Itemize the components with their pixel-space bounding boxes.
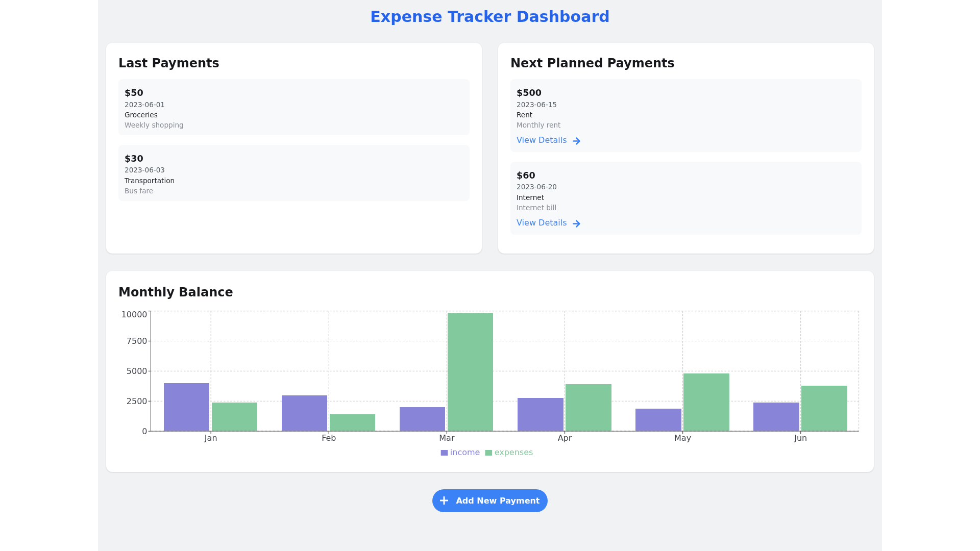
payment-category: Transportation [125,176,463,186]
last-payments-card: Last Payments $50 2023-06-01 Groceries W… [106,43,482,254]
chart-bars [164,313,847,431]
bar-expenses-Feb [330,414,376,431]
bar-income-Apr [518,398,564,431]
view-details-link[interactable]: View Details [517,134,580,146]
payment-date: 2023-06-01 [125,99,463,110]
x-tick-label: Jan [204,433,217,443]
footer-actions: Add New Payment [106,489,874,512]
bar-income-Jan [164,383,210,431]
x-tick-label: Mar [439,433,455,443]
monthly-balance-chart: 025005000750010000JanFebMarAprMayJuninco… [106,271,874,472]
page-title: Expense Tracker Dashboard [106,8,874,26]
x-tick-label: May [674,433,691,443]
y-tick-label: 2500 [127,396,148,406]
legend-swatch-income [441,450,448,456]
payment-description: Weekly shopping [125,120,463,130]
payment-item: $30 2023-06-03 Transportation Bus fare [118,145,470,201]
bar-expenses-May [683,373,729,431]
view-details-link[interactable]: View Details [517,217,580,229]
planned-payments-heading: Next Planned Payments [510,55,862,71]
legend-label-expenses: expenses [495,447,533,457]
bar-expenses-Mar [448,313,494,431]
app-container: Expense Tracker Dashboard Last Payments … [98,0,882,551]
payment-item: $50 2023-06-01 Groceries Weekly shopping [118,79,470,135]
bar-income-Mar [400,407,446,431]
payment-amount: $500 [517,87,855,99]
bar-expenses-Apr [566,384,611,431]
chart-legend: incomeexpenses [441,447,533,457]
payment-amount: $30 [125,153,463,165]
payment-item: $500 2023-06-15 Rent Monthly rent View D… [510,79,862,152]
legend-swatch-expenses [485,450,492,456]
bar-expenses-Jan [212,403,258,432]
payment-amount: $50 [125,87,463,99]
summary-cards-row: Last Payments $50 2023-06-01 Groceries W… [106,43,874,254]
payment-date: 2023-06-15 [517,99,855,110]
y-tick-label: 0 [142,427,147,436]
payment-description: Bus fare [125,186,463,196]
view-details-label: View Details [517,217,567,229]
payment-date: 2023-06-20 [517,182,855,192]
add-payment-button[interactable]: Add New Payment [432,489,548,512]
monthly-balance-card: Monthly Balance 025005000750010000JanFeb… [106,271,874,472]
planned-payments-card: Next Planned Payments $500 2023-06-15 Re… [498,43,874,254]
bar-income-May [635,409,681,432]
view-details-label: View Details [517,134,567,146]
payment-item: $60 2023-06-20 Internet Internet bill Vi… [510,162,862,235]
y-tick-label: 7500 [127,336,148,346]
payment-description: Internet bill [517,203,855,213]
payment-category: Groceries [125,110,463,120]
y-tick-label: 5000 [127,366,148,376]
payment-category: Rent [517,110,855,120]
x-tick-label: Apr [558,433,572,443]
last-payments-heading: Last Payments [118,55,470,71]
bar-income-Feb [282,395,328,431]
payment-description: Monthly rent [517,120,855,130]
payment-category: Internet [517,192,855,203]
y-tick-label: 10000 [121,310,148,319]
legend-label-income: income [450,447,480,457]
bar-income-Jun [753,403,799,431]
x-tick-label: Jun [794,433,807,443]
arrow-right-icon [573,136,580,144]
payment-date: 2023-06-03 [125,165,463,175]
add-payment-label: Add New Payment [456,496,540,506]
arrow-right-icon [573,219,580,227]
payment-amount: $60 [517,169,855,182]
plus-icon [440,496,448,505]
bar-expenses-Jun [801,386,847,432]
chart-x-axis-labels: JanFebMarAprMayJun [204,431,807,443]
chart-y-axis-labels: 025005000750010000 [121,310,151,436]
x-tick-label: Feb [322,433,336,443]
